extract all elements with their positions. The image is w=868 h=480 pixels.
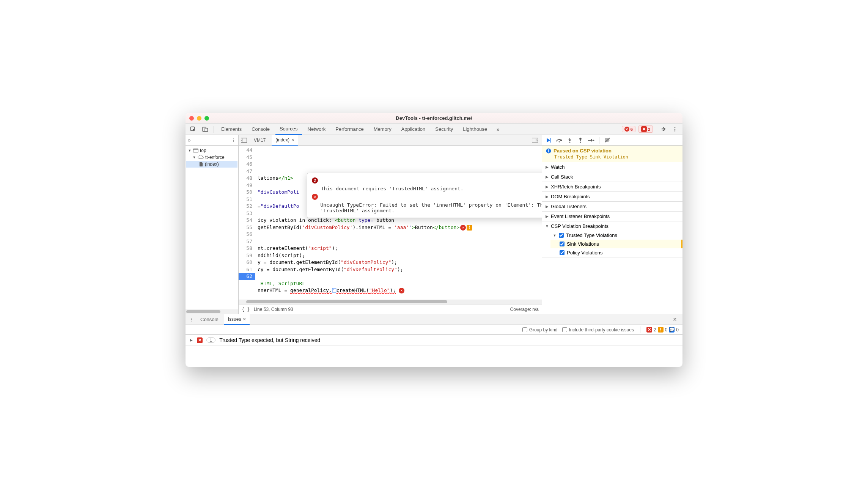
- issue-count: 1: [206, 337, 215, 343]
- editor-scrollbar[interactable]: [239, 300, 542, 304]
- drawer-menu-icon[interactable]: [188, 314, 195, 325]
- issues-summary: ✕2 !0 💬0: [646, 327, 679, 333]
- run-snippet-icon[interactable]: [530, 135, 540, 146]
- svg-rect-2: [205, 128, 208, 132]
- breakpoint-trusted-type[interactable]: ▼ Trusted Type Violations: [550, 231, 682, 240]
- more-tabs-icon[interactable]: »: [493, 124, 503, 135]
- tree-top[interactable]: ▼ top: [186, 147, 237, 154]
- nav-scrollbar[interactable]: [186, 309, 238, 314]
- drawer-tab-console[interactable]: Console: [196, 314, 223, 325]
- third-party-checkbox[interactable]: Include third-party cookie issues: [562, 327, 634, 333]
- svg-point-16: [559, 141, 560, 142]
- nav-history-icon[interactable]: [240, 135, 248, 146]
- inline-error-icon-2[interactable]: ✕: [399, 288, 404, 293]
- breakpoint-policy[interactable]: Policy Violations: [550, 248, 682, 257]
- step-out-button[interactable]: [576, 136, 585, 144]
- issue-row[interactable]: ▶ ✕ 1 Trusted Type expected, but String …: [186, 335, 682, 346]
- debug-toolbar: [542, 135, 682, 146]
- inline-error-icon[interactable]: ✕: [460, 225, 466, 231]
- section-dom[interactable]: ▶DOM Breakpoints: [542, 192, 682, 201]
- window-controls: [189, 116, 209, 121]
- checkbox-policy[interactable]: [560, 250, 565, 255]
- tree-top-label: top: [200, 148, 206, 153]
- tab-elements[interactable]: Elements: [217, 124, 246, 135]
- section-callstack[interactable]: ▶Call Stack: [542, 172, 682, 182]
- kebab-menu-icon[interactable]: [670, 124, 680, 135]
- inline-warn-icon[interactable]: !: [467, 225, 472, 231]
- tab-security[interactable]: Security: [431, 124, 457, 135]
- tree-origin[interactable]: ▼ tt-enforce: [186, 154, 237, 161]
- tab-network[interactable]: Network: [303, 124, 330, 135]
- code-content[interactable]: lations</h1> "divCustomPoli ="divDefault…: [255, 146, 542, 300]
- deactivate-breakpoints-button[interactable]: [603, 136, 612, 144]
- group-by-kind-checkbox[interactable]: Group by kind: [522, 327, 558, 333]
- drawer-tabs: Console Issues × ×: [186, 314, 682, 325]
- close-drawer-icon[interactable]: ×: [670, 314, 680, 325]
- tree-file-index[interactable]: (index): [186, 161, 237, 168]
- tab-performance[interactable]: Performance: [331, 124, 368, 135]
- section-global[interactable]: ▶Global Listeners: [542, 202, 682, 211]
- error-badge[interactable]: ✕ 6: [622, 126, 635, 132]
- navigator-panel: » ▼ top ▼ tt-enforce (index): [186, 135, 239, 314]
- drawer-filter-bar: Group by kind Include third-party cookie…: [186, 325, 682, 335]
- error-x-icon: ✕: [312, 194, 318, 200]
- error-count-icon: 2: [312, 177, 318, 184]
- issues-count: 2: [648, 127, 650, 132]
- tab-application[interactable]: Application: [397, 124, 430, 135]
- breakpoint-sink[interactable]: Sink Violations: [550, 240, 682, 248]
- svg-rect-13: [532, 138, 538, 143]
- file-tab-vm17[interactable]: VM17: [250, 135, 269, 145]
- line-gutter: 44454647484950515253545556575859606162: [239, 146, 255, 300]
- navigator-header: »: [186, 135, 238, 146]
- error-tooltip: 2 This document requires 'TrustedHTML' a…: [307, 173, 542, 218]
- code-editor[interactable]: 44454647484950515253545556575859606162 l…: [239, 146, 542, 300]
- inspect-icon[interactable]: [188, 124, 198, 135]
- tab-lighthouse[interactable]: Lighthouse: [459, 124, 491, 135]
- svg-text:i: i: [548, 149, 549, 153]
- step-into-button[interactable]: [566, 136, 574, 144]
- section-event[interactable]: ▶Event Listener Breakpoints: [542, 212, 682, 221]
- tab-sources[interactable]: Sources: [275, 123, 302, 135]
- svg-point-24: [191, 319, 192, 320]
- svg-point-25: [191, 320, 192, 321]
- checkbox-tt[interactable]: [559, 233, 564, 238]
- close-tab-icon[interactable]: ×: [291, 137, 294, 143]
- section-xhr[interactable]: ▶XHR/fetch Breakpoints: [542, 182, 682, 191]
- close-window[interactable]: [189, 116, 194, 121]
- window-title: DevTools - tt-enforced.glitch.me/: [186, 115, 682, 121]
- svg-rect-9: [193, 149, 198, 152]
- svg-point-8: [233, 141, 234, 142]
- settings-icon[interactable]: [657, 124, 668, 135]
- tab-memory[interactable]: Memory: [370, 124, 396, 135]
- svg-point-19: [593, 140, 594, 141]
- svg-point-23: [191, 318, 192, 318]
- drawer-tab-issues[interactable]: Issues ×: [224, 314, 250, 325]
- minimize-window[interactable]: [197, 116, 201, 121]
- issue-icon: ✕: [641, 126, 647, 132]
- maximize-window[interactable]: [204, 116, 209, 121]
- devtools-window: DevTools - tt-enforced.glitch.me/ Elemen…: [186, 113, 682, 367]
- svg-rect-15: [550, 138, 551, 143]
- svg-rect-11: [241, 138, 247, 143]
- section-csp[interactable]: ▼CSP Violation Breakpoints: [542, 221, 682, 231]
- close-drawer-tab-icon[interactable]: ×: [243, 316, 246, 322]
- checkbox-sink[interactable]: [560, 242, 565, 246]
- file-tab-index[interactable]: (index) ×: [272, 135, 298, 146]
- step-over-button[interactable]: [555, 136, 563, 144]
- issues-badge[interactable]: ✕ 2: [638, 125, 653, 133]
- step-button[interactable]: [587, 136, 595, 144]
- pause-banner: i Paused on CSP violation Trusted Type S…: [542, 146, 682, 162]
- resume-button[interactable]: [544, 136, 553, 144]
- summary-info-icon: 💬: [669, 327, 675, 333]
- tooltip-msg-2: Uncaught TypeError: Failed to set the 'i…: [320, 202, 542, 213]
- pretty-print-icon[interactable]: { }: [242, 307, 250, 312]
- svg-point-3: [675, 127, 676, 128]
- device-toggle-icon[interactable]: [200, 124, 211, 135]
- info-icon: i: [546, 148, 551, 154]
- issue-title: Trusted Type expected, but String receiv…: [219, 337, 320, 343]
- navigator-menu-icon[interactable]: [231, 138, 236, 143]
- tree-file-label: (index): [205, 162, 219, 167]
- section-watch[interactable]: ▶Watch: [542, 162, 682, 172]
- coverage-status: Coverage: n/a: [510, 307, 539, 312]
- tab-console[interactable]: Console: [247, 124, 274, 135]
